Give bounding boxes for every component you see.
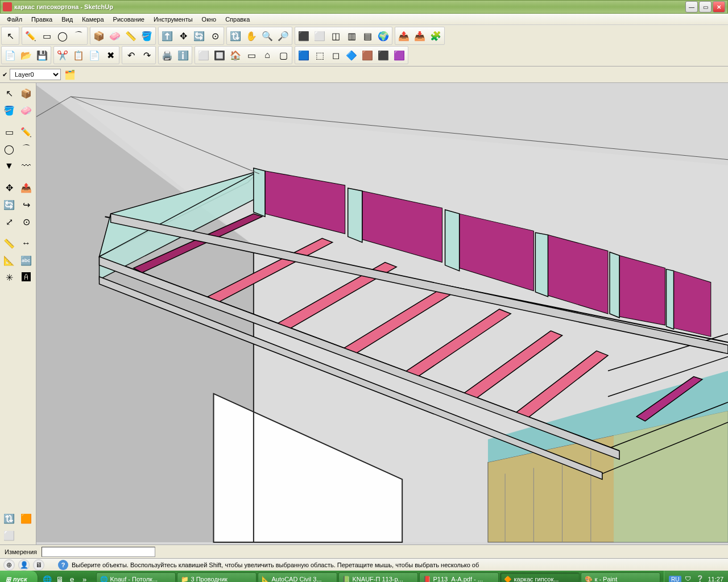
open-file-icon[interactable]: 📂: [18, 47, 34, 63]
info-icon[interactable]: ℹ️: [175, 47, 191, 63]
style2-icon[interactable]: 🔲: [212, 47, 228, 63]
menu-edit[interactable]: Правка: [27, 15, 57, 24]
circle2-icon[interactable]: ◯: [1, 141, 17, 157]
maximize-button[interactable]: ▭: [699, 1, 712, 13]
measurements-input[interactable]: [42, 547, 155, 557]
minimize-button[interactable]: —: [685, 1, 698, 13]
pan2-icon[interactable]: 🟧: [18, 510, 34, 526]
orbit2-icon[interactable]: 🔃: [1, 510, 17, 526]
start-button[interactable]: ⊞ пуск: [0, 571, 38, 582]
paint-tool-icon[interactable]: 🪣: [139, 28, 155, 44]
hidden-line-icon[interactable]: ◻: [328, 47, 344, 63]
rect2-icon[interactable]: ▭: [1, 124, 17, 140]
polygon-icon[interactable]: ▼: [1, 158, 17, 174]
layer-manager-icon[interactable]: 🗂️: [63, 68, 77, 81]
menu-file[interactable]: Файл: [2, 15, 27, 24]
paint2-icon[interactable]: 🪣: [1, 102, 17, 118]
iso-view-icon[interactable]: ⬛: [296, 28, 312, 44]
protractor-icon[interactable]: 📐: [1, 252, 17, 268]
followme-icon[interactable]: ↪: [18, 197, 34, 213]
geo-toggle-icon[interactable]: ⊕: [3, 559, 15, 571]
ql-ie-icon[interactable]: e: [67, 573, 78, 582]
xray-icon[interactable]: 🟦: [296, 47, 312, 63]
paste-icon[interactable]: 📄: [86, 47, 102, 63]
menu-camera[interactable]: Камера: [77, 15, 108, 24]
pushpull2-icon[interactable]: 📤: [18, 180, 34, 196]
layer-visible-check[interactable]: ✔: [2, 71, 7, 78]
close-button[interactable]: ✕: [713, 1, 725, 13]
person-toggle-icon[interactable]: 👤: [18, 559, 30, 571]
tape2-icon[interactable]: 📏: [1, 235, 17, 251]
wireframe-icon[interactable]: ⬚: [312, 47, 328, 63]
select-icon[interactable]: ↖: [1, 85, 17, 101]
task-item[interactable]: 📁3 Проводник: [177, 572, 257, 582]
menu-view[interactable]: Вид: [57, 15, 77, 24]
print-icon[interactable]: 🖨️: [159, 47, 175, 63]
language-indicator[interactable]: RU: [669, 576, 681, 583]
move2-icon[interactable]: ✥: [1, 180, 17, 196]
clock[interactable]: 11:27: [708, 576, 723, 582]
pencil-tool-icon[interactable]: ✏️: [23, 28, 39, 44]
circle-tool-icon[interactable]: ◯: [55, 28, 71, 44]
task-item[interactable]: 📐AutoCAD Civil 3...: [258, 572, 337, 582]
menu-window[interactable]: Окно: [197, 15, 221, 24]
menu-tools[interactable]: Инструменты: [149, 15, 197, 24]
menu-draw[interactable]: Рисование: [109, 15, 149, 24]
freehand-icon[interactable]: 〰: [18, 158, 34, 174]
task-item[interactable]: 📗KNAUF-П 113-р...: [338, 572, 418, 582]
new-file-icon[interactable]: 📄: [2, 47, 18, 63]
dimension-icon[interactable]: ↔: [18, 235, 34, 251]
copy-icon[interactable]: 📋: [71, 47, 86, 63]
ql-chrome-icon[interactable]: 🌐: [42, 573, 53, 582]
scale-icon[interactable]: ⤢: [1, 214, 17, 230]
mono-icon[interactable]: ⬛: [375, 47, 391, 63]
zoom2-icon[interactable]: ⬜: [1, 527, 17, 543]
tape-tool-icon[interactable]: 📏: [123, 28, 139, 44]
layer-select[interactable]: Layer0: [10, 69, 61, 80]
text-icon[interactable]: 🔤: [18, 252, 34, 268]
tray-info-icon[interactable]: ❔: [696, 575, 704, 582]
tray-shield-icon[interactable]: 🛡: [685, 575, 693, 582]
shaded-tex-icon[interactable]: 🟫: [359, 47, 375, 63]
top-view-icon[interactable]: ⬜: [312, 28, 328, 44]
save-file-icon[interactable]: 💾: [34, 47, 50, 63]
zoom-extents-icon[interactable]: 🔎: [275, 28, 291, 44]
style6-icon[interactable]: ▢: [275, 47, 291, 63]
3d-viewport[interactable]: [36, 83, 728, 544]
ql-desktop-icon[interactable]: 🖥: [54, 573, 65, 582]
component-tool-icon[interactable]: 📦: [91, 28, 107, 44]
select-tool-icon[interactable]: ↖: [2, 28, 18, 44]
rectangle-tool-icon[interactable]: ▭: [39, 28, 55, 44]
delete-icon[interactable]: ✖: [102, 47, 118, 63]
task-item[interactable]: 🌐Knauf - Потолк...: [96, 572, 176, 582]
back-view-icon[interactable]: ▤: [359, 28, 375, 44]
display-toggle-icon[interactable]: 🖥: [33, 559, 44, 571]
zoom-tool-icon[interactable]: 🔍: [259, 28, 275, 44]
right-view-icon[interactable]: ▥: [344, 28, 359, 44]
offset-tool-icon[interactable]: ⊙: [207, 28, 223, 44]
redo-icon[interactable]: ↷: [139, 47, 155, 63]
task-item[interactable]: 🎨к - Paint: [581, 572, 660, 582]
help-icon[interactable]: ?: [58, 560, 68, 570]
menu-help[interactable]: Справка: [221, 15, 254, 24]
axes-icon[interactable]: ✳: [1, 269, 17, 285]
ql-more-icon[interactable]: »: [79, 573, 90, 582]
task-item[interactable]: 🔶каркас гипсок...: [500, 572, 580, 582]
orbit-tool-icon[interactable]: 🔃: [228, 28, 243, 44]
front-view-icon[interactable]: ◫: [328, 28, 344, 44]
shaded-icon[interactable]: 🔷: [344, 47, 359, 63]
style1-icon[interactable]: ⬜: [196, 47, 212, 63]
move-tool-icon[interactable]: ✥: [175, 28, 191, 44]
style-last-icon[interactable]: 🟪: [391, 47, 407, 63]
rotate-tool-icon[interactable]: 🔄: [191, 28, 207, 44]
offset2-icon[interactable]: ⊙: [18, 214, 34, 230]
3dtext-icon[interactable]: 🅰: [18, 269, 34, 285]
pushpull-tool-icon[interactable]: ⬆️: [159, 28, 175, 44]
eraser-tool-icon[interactable]: 🧼: [107, 28, 123, 44]
undo-icon[interactable]: ↶: [123, 47, 139, 63]
share-icon[interactable]: 📥: [412, 28, 428, 44]
style4-icon[interactable]: ▭: [243, 47, 259, 63]
task-item[interactable]: 📕P113_A-A.pdf - ...: [419, 572, 499, 582]
style5-icon[interactable]: ⌂: [259, 47, 275, 63]
eraser2-icon[interactable]: 🧼: [18, 102, 34, 118]
